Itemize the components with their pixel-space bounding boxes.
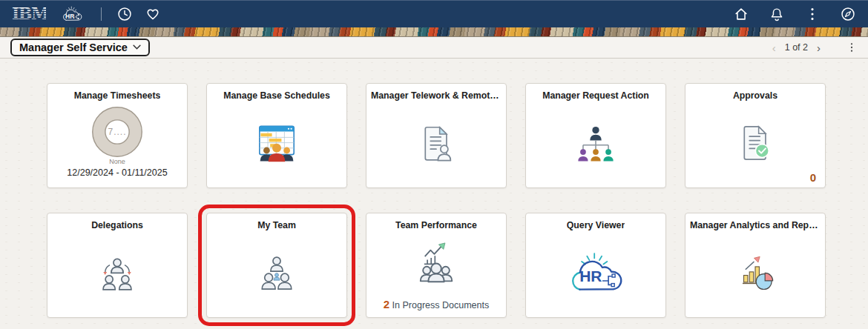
- favorites-heart-icon[interactable]: [145, 6, 161, 22]
- hr-cloud-logo-text: HR: [579, 267, 602, 285]
- tile-approvals[interactable]: Approvals 0: [685, 83, 826, 188]
- tile-title: My Team: [257, 220, 296, 230]
- tile-icon: [411, 236, 461, 287]
- decorative-banner-strip: [0, 27, 868, 37]
- homepage-selector-dropdown[interactable]: Manager Self Service: [10, 39, 150, 56]
- homepage-content: Manage Timesheets 7.... None 12/29/2024 …: [0, 59, 868, 328]
- hr-cloud-logo-text: HR: [65, 13, 74, 20]
- tile-icon: [732, 122, 778, 167]
- page-indicator: 1 of 2: [785, 42, 808, 53]
- tile-title: Approvals: [733, 90, 777, 101]
- footer-text: In Progress Documents: [389, 300, 489, 310]
- tile-badge-count: 0: [810, 171, 816, 184]
- sub-header: Manager Self Service ‹ 1 of 2 ›: [0, 37, 868, 59]
- tile-icon: [732, 251, 778, 297]
- tile-icon: 7....: [89, 104, 145, 160]
- tile-title: Manager Telework & Remote W...: [371, 90, 502, 101]
- footer-count: 2: [384, 298, 389, 310]
- pagination: ‹ 1 of 2 ›: [772, 41, 858, 54]
- tile-my-team[interactable]: My Team: [206, 213, 347, 318]
- tile-title: Manager Analytics and Reports: [690, 220, 821, 230]
- page-prev-chevron[interactable]: ‹: [772, 41, 776, 54]
- tile-title: Manage Base Schedules: [223, 90, 330, 101]
- app-header: IBM HR: [0, 0, 868, 27]
- tile-date-range: 12/29/2024 - 01/11/2025: [67, 167, 167, 178]
- tile-icon: [254, 251, 300, 297]
- actions-kebab-icon[interactable]: [804, 6, 821, 22]
- page-next-chevron[interactable]: ›: [817, 41, 821, 54]
- tile-team-performance[interactable]: Team Performance 2 In Progress Documents: [366, 213, 507, 318]
- notifications-bell-icon[interactable]: [769, 6, 785, 22]
- tile-title: Manage Timesheets: [74, 90, 161, 101]
- tile-manage-base-schedules[interactable]: Manage Base Schedules: [206, 83, 347, 188]
- tile-manage-timesheets[interactable]: Manage Timesheets 7.... None 12/29/2024 …: [47, 83, 188, 188]
- tile-title: Team Performance: [395, 220, 477, 230]
- chevron-down-icon: [133, 44, 141, 50]
- tile-icon: [94, 251, 140, 297]
- tile-manager-request-action[interactable]: Manager Request Action: [525, 83, 666, 188]
- ibm-logo: IBM: [12, 5, 46, 23]
- tile-grid: Manage Timesheets 7.... None 12/29/2024 …: [0, 59, 868, 318]
- donut-center-label: 7....: [89, 104, 145, 160]
- tile-icon: HR: [561, 247, 631, 301]
- tile-query-viewer[interactable]: Query Viewer HR: [525, 213, 666, 318]
- tile-icon: [413, 122, 459, 167]
- tile-title: Query Viewer: [567, 220, 625, 230]
- recents-clock-icon[interactable]: [116, 6, 133, 22]
- hr-cloud-logo: HR: [58, 4, 86, 24]
- tile-title: Manager Request Action: [542, 90, 649, 101]
- tile-footer: 2 In Progress Documents: [384, 298, 489, 310]
- tile-delegations[interactable]: Delegations: [47, 213, 188, 318]
- header-divider: [101, 7, 102, 21]
- tile-icon: [573, 122, 619, 167]
- tile-manager-telework-remote-w[interactable]: Manager Telework & Remote W...: [366, 83, 507, 188]
- home-icon[interactable]: [733, 6, 749, 22]
- tile-icon: [251, 121, 302, 168]
- tile-title: Delegations: [91, 220, 143, 230]
- navbar-compass-icon[interactable]: [840, 6, 856, 22]
- homepage-selector-label: Manager Self Service: [19, 41, 128, 53]
- page-menu-kebab-icon[interactable]: [846, 41, 858, 54]
- tile-manager-analytics-and-reports[interactable]: Manager Analytics and Reports: [685, 213, 826, 318]
